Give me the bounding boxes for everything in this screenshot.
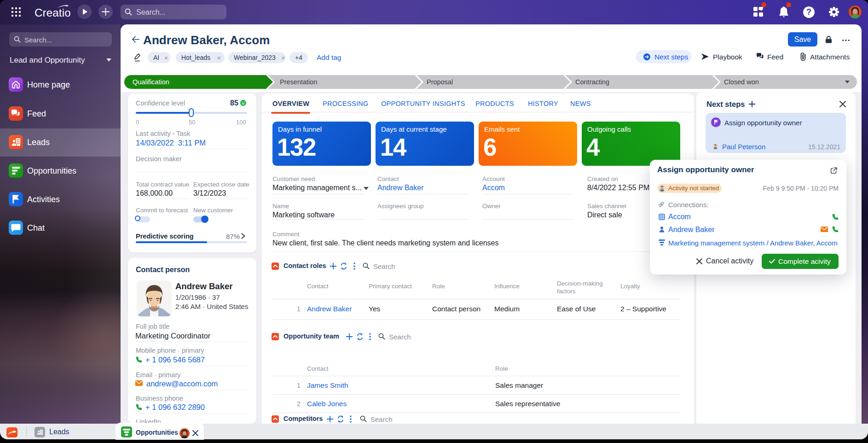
- svg-text:Closed won: Closed won: [724, 78, 759, 86]
- svg-text:Contracting: Contracting: [575, 78, 609, 86]
- svg-text:Presentation: Presentation: [280, 78, 317, 86]
- svg-text:Proposal: Proposal: [427, 78, 453, 86]
- svg-text:Qualification: Qualification: [133, 78, 169, 86]
